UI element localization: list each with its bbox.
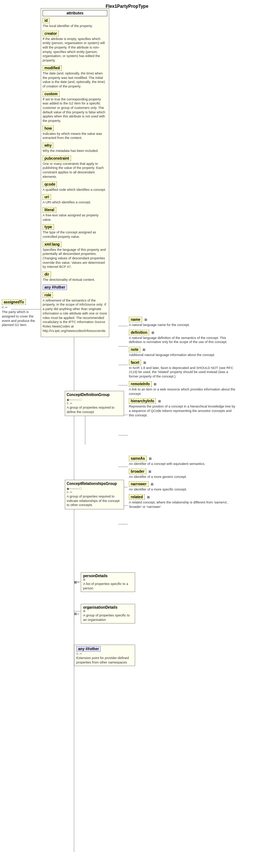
- organisation-details-desc: A group of properties specific to an org…: [83, 613, 133, 622]
- attr-qcode-name: qcode: [43, 182, 57, 187]
- person-details-mult: ⊞: [83, 578, 133, 581]
- rel-sameas: sameAs ⊞ An identifier of a concept with…: [129, 456, 236, 466]
- concept-def-desc: A group of properties required to define…: [67, 406, 122, 414]
- rel-items-container: sameAs ⊞ An identifier of a concept with…: [129, 456, 236, 511]
- rel-narrower: narrower ⊞ An identifier of a more speci…: [129, 481, 236, 492]
- attr-dir-name: dir: [43, 272, 51, 277]
- rel-broader-icon: ⊞: [148, 470, 151, 473]
- right-hierarchyinfo: hierarchyInfo ⊞ Represents the position …: [129, 398, 236, 418]
- attr-custom-name: custom: [43, 91, 60, 97]
- right-facet-label: facet: [129, 360, 141, 365]
- rel-broader: broader ⊞ An identifier of a more generi…: [129, 469, 236, 479]
- right-definition: definition ⊞ A natural language definiti…: [129, 330, 236, 345]
- attr-role-name: role: [43, 292, 53, 298]
- attr-uri: uri A URI which identifies a concept.: [43, 194, 107, 205]
- attr-why-desc: Why the metadata has been included.: [43, 149, 107, 153]
- attr-qcode: qcode A qualified code which identifies …: [43, 182, 107, 192]
- right-name: name ⊞ A natural language name for the c…: [129, 317, 236, 327]
- assigned-to-multiplicity: 0..∞: [2, 306, 39, 309]
- right-definition-icon: ⊞: [151, 331, 154, 335]
- right-name-label: name: [129, 317, 142, 322]
- attr-id-name: id: [43, 18, 50, 23]
- right-remoteinfo-icon: ⊞: [154, 382, 157, 386]
- person-details-container: ⊞─ personDetails ⊞ A list of properties …: [74, 572, 135, 592]
- attr-modified-name: modified: [43, 65, 62, 71]
- person-details-desc: A list of properties specific to a perso…: [83, 582, 133, 591]
- concept-def-group-name: ConceptDefinitionGroup: [67, 393, 122, 397]
- attr-how: how Indicates by which means the value w…: [43, 126, 107, 140]
- concept-rel-group: ConceptRelationshipsGroup ◆────□ 0..∞ A …: [65, 480, 124, 509]
- rel-narrower-label: narrower: [129, 481, 148, 487]
- right-facet-desc: In NAR 1.8 and later, facet is deprecate…: [129, 366, 236, 379]
- attr-type-name: type: [43, 224, 54, 230]
- person-details-connector: ⊞─: [74, 581, 79, 584]
- concept-rel-group-name: ConceptRelationshipsGroup: [67, 482, 122, 486]
- attr-id: id The local identifier of the property.: [43, 18, 107, 29]
- right-remoteinfo-desc: A link to an item or a web resource whic…: [129, 388, 236, 396]
- attr-creator: creator If the attribute is empty, speci…: [43, 31, 107, 63]
- right-note-desc: Additional natural language information …: [129, 353, 236, 357]
- attr-pubconstraint: pubconstraint One or many constraints th…: [43, 156, 107, 179]
- attr-why: why Why the metadata has been included.: [43, 143, 107, 153]
- person-details-box: personDetails ⊞ A list of properties spe…: [81, 572, 135, 592]
- attr-how-desc: Indicates by which means the value was e…: [43, 132, 107, 140]
- rel-narrower-desc: An identifier of a more specific concept…: [129, 488, 236, 492]
- rel-related-icon: ⊞: [147, 495, 150, 499]
- rel-narrower-icon: ⊞: [151, 482, 154, 486]
- organisation-details-box: organisationDetails ⊞ A group of propert…: [81, 604, 135, 623]
- concept-def-group: ConceptDefinitionGroup ◆────□ 0..∞ A gro…: [65, 391, 124, 416]
- attr-creator-desc: If the attribute is empty, specifies whi…: [43, 37, 107, 63]
- concept-def-multiplicity: 0..∞: [67, 402, 122, 405]
- attr-xmllang: xml:lang Specifies the language of this …: [43, 242, 107, 269]
- attr-how-name: how: [43, 126, 54, 131]
- attr-xmllang-name: xml:lang: [43, 242, 61, 247]
- any-other-bottom-mult: 0..∞: [76, 652, 133, 655]
- concept-rel-connector: ◆────□: [67, 487, 122, 490]
- concept-rel-multiplicity: 0..∞: [67, 490, 122, 494]
- attr-type-desc: The type of the concept assigned as cont…: [43, 230, 107, 239]
- attr-pubconstraint-name: pubconstraint: [43, 156, 71, 161]
- right-definition-label: definition: [129, 330, 149, 335]
- attr-uri-desc: A URI which identifies a concept.: [43, 200, 107, 205]
- attr-qcode-desc: A qualified code which identifies a conc…: [43, 188, 107, 192]
- right-definition-desc: A natural language definition of the sem…: [129, 336, 236, 345]
- attr-role: role A refinement of the semantics of th…: [43, 292, 107, 333]
- organisation-details-name: organisationDetails: [83, 605, 133, 609]
- rel-related-desc: A related concept, where the relationshi…: [129, 500, 236, 509]
- right-items-container: name ⊞ A natural language name for the c…: [129, 317, 236, 420]
- any-other-bottom-name: any ##other: [76, 646, 101, 652]
- right-remoteinfo-label: remoteInfo: [129, 381, 152, 387]
- attr-modified-desc: The date (and, optionally, the time) whe…: [43, 71, 107, 89]
- attr-dir-desc: The directionality of textual content.: [43, 278, 107, 282]
- right-note-icon: ⊞: [143, 348, 146, 352]
- right-facet-icon: ⊞: [143, 361, 146, 365]
- right-hierarchyinfo-icon: ⊞: [158, 399, 161, 403]
- any-other-bottom-box: any ##other 0..∞ Extension point for pro…: [74, 645, 135, 666]
- attr-dir: dir The directionality of textual conten…: [43, 272, 107, 282]
- attr-custom: custom If set to true the corresponding …: [43, 91, 107, 123]
- attr-literal: literal A free-text value assigned as pr…: [43, 207, 107, 222]
- attr-type: type The type of the concept assigned as…: [43, 224, 107, 239]
- right-note: note ⊞ Additional natural language infor…: [129, 347, 236, 357]
- concept-def-connector: ◆────□: [67, 398, 122, 402]
- right-hierarchyinfo-label: hierarchyInfo: [129, 398, 156, 404]
- right-name-icon: ⊞: [144, 318, 147, 322]
- rel-sameas-label: sameAs: [129, 456, 147, 461]
- concept-rel-desc: A group of properties required to indica…: [67, 495, 122, 508]
- organisation-details-mult: ⊞: [83, 609, 133, 613]
- assigned-to-desc: The party which is assigned to cover the…: [2, 310, 39, 327]
- right-name-desc: A natural language name for the concept.: [129, 323, 236, 327]
- right-facet: facet ⊞ In NAR 1.8 and later, facet is d…: [129, 360, 236, 379]
- attr-id-desc: The local identifier of the property.: [43, 24, 107, 29]
- assigned-to-name: assignedTo: [2, 299, 26, 305]
- attr-literal-desc: A free-text value assigned as property v…: [43, 213, 107, 222]
- any-other-bottom-desc: Extension point for provider-defined pro…: [76, 656, 133, 665]
- attr-role-desc: A refinement of the semantics of the pro…: [43, 299, 107, 333]
- attr-other-name: any ##other: [43, 285, 67, 290]
- rel-related: related ⊞ A related concept, where the r…: [129, 494, 236, 509]
- organisation-details-container: ⊞─ organisationDetails ⊞ A group of prop…: [74, 604, 135, 623]
- rel-broader-desc: An identifier of a more generic concept.: [129, 475, 236, 479]
- rel-related-label: related: [129, 494, 145, 500]
- attr-uri-name: uri: [43, 194, 51, 200]
- right-hierarchyinfo-desc: Represents the position of a concept in …: [129, 405, 236, 418]
